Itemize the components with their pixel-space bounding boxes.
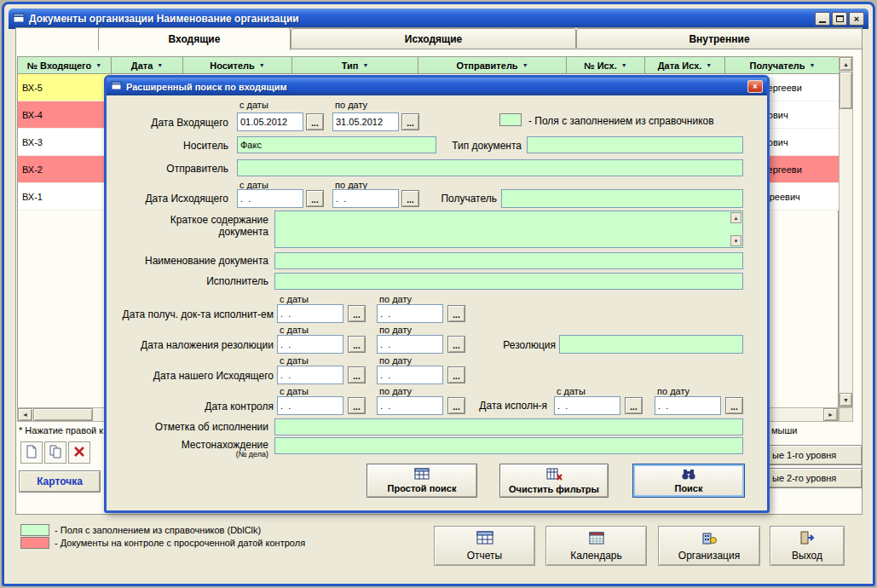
incoming-date-to-picker-button[interactable]: ... <box>401 113 419 130</box>
filter-dropdown-icon[interactable]: ▼ <box>259 62 265 68</box>
summary-textarea[interactable]: ▲ ▼ <box>274 210 743 248</box>
received-date-to-picker-button[interactable]: ... <box>447 305 465 322</box>
executor-input[interactable] <box>274 273 743 290</box>
incoming-date-from-picker-button[interactable]: ... <box>306 113 324 130</box>
clear-filters-button[interactable]: Очистить фильтры <box>499 464 609 498</box>
copy-document-button[interactable] <box>44 441 66 464</box>
summary-scroll-up-button[interactable]: ▲ <box>730 212 741 223</box>
level1-button[interactable]: ые 1-го уровня <box>768 445 863 465</box>
outgoing-date-to-picker-button[interactable]: ... <box>401 190 419 207</box>
organization-button[interactable]: Организация <box>658 526 760 566</box>
tab-incoming[interactable]: Входящие <box>98 27 291 50</box>
horizontal-scroll-thumb[interactable] <box>33 408 93 421</box>
resolution-input[interactable] <box>559 335 743 354</box>
execution-date-from-picker-button[interactable]: ... <box>625 397 643 414</box>
incoming-number-cell[interactable]: ВХ-3 <box>18 129 112 155</box>
outgoing-date-from-picker-button[interactable]: ... <box>306 190 324 207</box>
column-header-outgoing-number[interactable]: № Исх. ▼ <box>567 57 645 73</box>
vertical-scroll-thumb[interactable] <box>839 72 852 109</box>
execution-date-from-input[interactable] <box>554 396 620 415</box>
resolution-date-from-picker-button[interactable]: ... <box>348 336 366 353</box>
filter-dropdown-icon[interactable]: ▼ <box>522 62 528 68</box>
our-outgoing-date-to-input[interactable] <box>377 366 443 384</box>
close-button[interactable]: × <box>849 12 864 26</box>
scroll-right-button[interactable]: ► <box>823 408 838 421</box>
delete-document-button[interactable] <box>68 441 90 464</box>
calendar-button[interactable]: Календарь <box>545 526 647 566</box>
maximize-button[interactable] <box>832 12 847 26</box>
card-button[interactable]: Карточка <box>19 470 101 493</box>
scroll-up-button[interactable]: ▲ <box>839 57 852 71</box>
sender-label: Отправитель <box>107 163 228 175</box>
scroll-down-button[interactable]: ▼ <box>839 393 852 406</box>
outgoing-date-to-input[interactable] <box>332 189 399 208</box>
control-date-to-input[interactable] <box>377 396 443 415</box>
filter-dropdown-icon[interactable]: ▼ <box>157 62 163 68</box>
carrier-input[interactable] <box>237 136 436 153</box>
minimize-button[interactable] <box>815 12 830 26</box>
summary-scroll-down-button[interactable]: ▼ <box>730 235 741 246</box>
incoming-number-cell[interactable]: ВХ-1 <box>18 183 112 210</box>
column-header-date[interactable]: Дата ▼ <box>112 57 183 73</box>
resolution-date-to-input[interactable] <box>377 335 443 354</box>
column-header-recipient[interactable]: Получатель ▼ <box>725 57 839 73</box>
received-date-from-picker-button[interactable]: ... <box>348 305 366 322</box>
search-button[interactable]: Поиск <box>632 464 745 498</box>
from-date-label: с даты <box>280 355 309 366</box>
reports-button[interactable]: Отчеты <box>434 526 535 566</box>
legend-green-text: - Поля с заполнением из справочников (Db… <box>55 525 261 535</box>
outgoing-date-from-input[interactable] <box>237 189 303 208</box>
location-input[interactable] <box>274 437 743 454</box>
incoming-number-cell[interactable]: ВХ-2 <box>18 156 112 182</box>
filter-dropdown-icon[interactable]: ▼ <box>706 62 712 68</box>
dialog-close-button[interactable]: × <box>747 80 763 93</box>
our-outgoing-date-from-input[interactable] <box>277 366 343 384</box>
column-header-type[interactable]: Тип ▼ <box>292 57 418 73</box>
filter-dropdown-icon[interactable]: ▼ <box>362 62 368 68</box>
resolution-date-to-picker-button[interactable]: ... <box>447 336 465 353</box>
tab-outgoing[interactable]: Исходящие <box>291 28 576 49</box>
filter-dropdown-icon[interactable]: ▼ <box>95 62 101 68</box>
execution-date-label: Дата исполн-я <box>467 400 547 412</box>
resolution-date-from-input[interactable] <box>277 335 343 354</box>
reports-icon <box>476 531 493 547</box>
exit-button[interactable]: Выход <box>770 526 845 566</box>
doc-type-input[interactable] <box>527 136 743 153</box>
doc-name-input[interactable] <box>274 252 743 269</box>
incoming-number-cell[interactable]: ВХ-4 <box>18 101 112 128</box>
right-click-hint-left: * Нажатие правой к <box>19 425 103 435</box>
control-date-from-picker-button[interactable]: ... <box>348 397 366 414</box>
column-header-sender[interactable]: Отправитель ▼ <box>418 57 567 73</box>
legend-red-swatch <box>20 537 49 549</box>
new-document-button[interactable] <box>20 441 43 464</box>
incoming-number-cell[interactable]: ВХ-5 <box>18 74 112 101</box>
filter-dropdown-icon[interactable]: ▼ <box>621 62 627 68</box>
incoming-date-from-input[interactable] <box>237 112 303 131</box>
column-header-carrier[interactable]: Носитель ▼ <box>183 57 292 73</box>
column-header-outgoing-date[interactable]: Дата Исх. ▼ <box>645 57 725 73</box>
incoming-number: ВХ-4 <box>22 110 43 120</box>
level2-button[interactable]: ые 2-го уровня <box>768 468 863 488</box>
tab-internal[interactable]: Внутренние <box>576 28 863 49</box>
recipient-input[interactable] <box>501 189 743 208</box>
received-date-to-input[interactable] <box>377 304 443 323</box>
vertical-scrollbar[interactable]: ▲ ▼ <box>839 56 853 407</box>
window-titlebar[interactable]: Документы организации Наименование орган… <box>9 9 868 29</box>
scroll-up-icon: ▲ <box>734 216 739 221</box>
column-header-label: Тип <box>342 61 359 71</box>
simple-search-button[interactable]: Простой поиск <box>366 464 477 498</box>
dialog-titlebar[interactable]: Расширенный поиск по входящим × <box>107 78 767 95</box>
column-header-incoming-number[interactable]: № Входящего ▼ <box>18 57 112 73</box>
filter-dropdown-icon[interactable]: ▼ <box>810 62 816 68</box>
execution-mark-input[interactable] <box>274 418 743 435</box>
our-outgoing-date-to-picker-button[interactable]: ... <box>447 366 465 383</box>
control-date-from-input[interactable] <box>277 396 343 415</box>
control-date-to-picker-button[interactable]: ... <box>447 397 465 414</box>
execution-date-to-input[interactable] <box>655 396 721 415</box>
scroll-left-button[interactable]: ◄ <box>18 408 32 421</box>
received-date-from-input[interactable] <box>277 304 343 323</box>
execution-date-to-picker-button[interactable]: ... <box>725 397 743 414</box>
our-outgoing-date-from-picker-button[interactable]: ... <box>348 366 366 383</box>
sender-input[interactable] <box>237 159 743 176</box>
incoming-date-to-input[interactable] <box>332 112 399 131</box>
